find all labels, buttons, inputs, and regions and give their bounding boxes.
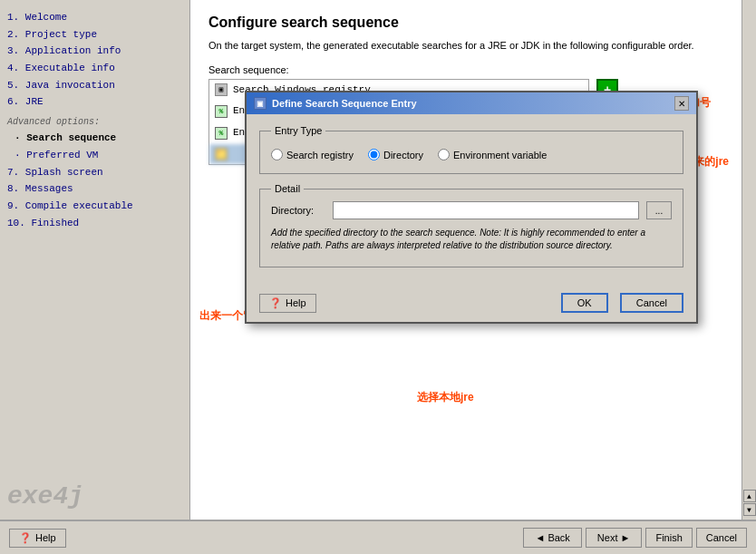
help-button[interactable]: ❓ Help [259,294,316,313]
bottom-help-label: Help [35,532,56,543]
directory-input[interactable] [333,201,639,219]
next-button[interactable]: Next ► [586,528,643,548]
directory-label: Directory: [271,205,325,216]
detail-legend: Detail [271,183,304,194]
sidebar-item-preferred-vm[interactable]: · Preferred VM [7,147,182,164]
scroll-down-arrow[interactable]: ▼ [743,503,756,516]
annotation-select-jre: 选择本地jre [417,390,474,405]
browse-button[interactable]: ... [646,201,672,219]
radio-env-label: Environment variable [453,150,547,160]
ok-button[interactable]: OK [561,293,608,313]
detail-description: Add the specified directory to the searc… [271,227,672,252]
sidebar-item-welcome[interactable]: 1. Welcome [7,9,182,26]
sidebar-item-jre[interactable]: 6. JRE [7,93,182,111]
entry-type-legend: Entry Type [271,125,325,136]
radio-env-variable[interactable]: Environment variable [438,149,547,160]
radio-group: Search registry Directory Environment va… [271,143,672,166]
bottom-cancel-button[interactable]: Cancel [696,528,747,548]
sidebar-item-messages[interactable]: 8. Messages [7,180,182,198]
scrollbar: ▲ ▼ [741,0,756,520]
folder-icon: 📁 [215,148,228,160]
dialog-close-button[interactable]: ✕ [674,96,689,111]
radio-registry-label: Search registry [286,150,354,160]
registry-icon: ▣ [215,83,228,96]
sidebar-advanced-label: Advanced options: [7,114,182,130]
detail-fieldset: Detail Directory: ... Add the specified … [259,183,683,267]
radio-directory-input[interactable] [368,149,380,160]
help-icon: ❓ [269,297,282,309]
entry-type-fieldset: Entry Type Search registry Directory [259,125,683,174]
dialog-title: Define Search Sequence Entry [272,98,417,109]
dialog-buttons: ❓ Help OK Cancel [247,287,696,322]
dialog-body: Entry Type Search registry Directory [247,114,696,287]
dialog-icon: ▣ [254,97,267,110]
bottom-bar: ❓ Help ◄ Back Next ► Finish Cancel [0,520,756,554]
back-button[interactable]: ◄ Back [523,528,581,548]
sidebar-item-search-seq[interactable]: · Search sequence [7,130,182,147]
detail-row: Directory: ... [271,201,672,219]
scroll-up-arrow[interactable]: ▲ [743,490,756,502]
radio-env-input[interactable] [438,149,450,160]
nav-buttons: ◄ Back Next ► Finish Cancel [523,528,747,548]
sidebar-item-splash[interactable]: 7. Splash screen [7,164,182,181]
search-sequence-label: Search sequence: [208,64,738,75]
dialog-titlebar: ▣ Define Search Sequence Entry ✕ [247,92,696,114]
radio-registry-input[interactable] [271,149,283,160]
radio-directory-label: Directory [383,150,423,160]
radio-directory[interactable]: Directory [368,149,423,160]
bottom-help-icon: ❓ [19,532,32,544]
env-icon-1: % [215,105,228,118]
page-description: On the target system, the generated exec… [208,38,738,53]
sidebar-item-exec-info[interactable]: 4. Executable info [7,60,182,77]
sidebar-item-java-invoc[interactable]: 5. Java invocation [7,77,182,94]
env-icon-2: % [215,127,228,140]
sidebar-item-app-info[interactable]: 3. Application info [7,43,182,60]
sidebar-item-compile[interactable]: 9. Compile executable [7,198,182,215]
ok-cancel-group: OK Cancel [556,293,683,313]
page-title: Configure search sequence [208,15,738,31]
sidebar-item-finished[interactable]: 10. Finished [7,215,182,232]
help-label: Help [286,297,306,308]
content-area: Configure search sequence On the target … [190,0,756,520]
dialog-define-entry: ▣ Define Search Sequence Entry ✕ Entry T… [245,91,698,324]
cancel-button[interactable]: Cancel [620,293,683,313]
bottom-help-button[interactable]: ❓ Help [9,529,66,548]
radio-search-registry[interactable]: Search registry [271,149,354,160]
sidebar-item-project-type[interactable]: 2. Project type [7,26,182,44]
sidebar: 1. Welcome 2. Project type 3. Applicatio… [0,0,190,520]
exe4j-logo: exe4j [7,482,83,510]
finish-button[interactable]: Finish [645,528,692,548]
